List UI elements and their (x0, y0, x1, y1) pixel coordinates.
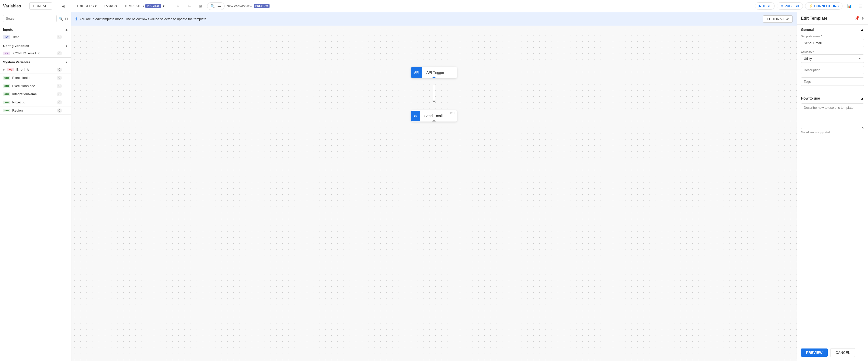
menu-icon[interactable]: ☰ (856, 2, 865, 11)
node-id-badge: ID: 1 (450, 112, 455, 115)
search-icon[interactable]: 🔍 (59, 17, 63, 21)
email-icon: ✉ (411, 111, 420, 121)
list-item[interactable]: STR Region 0 ⋮ (0, 107, 71, 115)
publish-icon: ⬆ (780, 4, 783, 8)
publish-button[interactable]: ⬆ PUBLISH (777, 2, 803, 10)
list-item[interactable]: STR ProjectId 0 ⋮ (0, 98, 71, 107)
left-sidebar: 🔍 ⊟ Inputs ▲ INT Time 0 ⋮ Config Variabl… (0, 12, 71, 361)
list-item[interactable]: STR ExecutionMode 0 ⋮ (0, 82, 71, 90)
inputs-section-header[interactable]: Inputs ▲ (0, 25, 71, 33)
canvas-preview-badge: PREVIEW (254, 4, 270, 8)
template-name-label: Template name * (801, 35, 864, 38)
flow-canvas[interactable]: API API Trigger ✉ Send Email ID: 1 (71, 26, 797, 361)
connections-button[interactable]: ⚡ CONNECTIONS (805, 2, 842, 10)
variable-menu-icon[interactable]: ⋮ (64, 92, 68, 96)
preview-button[interactable]: PREVIEW (801, 349, 828, 357)
description-field (801, 66, 864, 74)
config-section-header[interactable]: Config Variables ▲ (0, 41, 71, 49)
redo-icon[interactable]: ↪ (185, 2, 194, 11)
editor-view-button[interactable]: EDITOR VIEW (763, 15, 793, 23)
general-collapse-icon[interactable]: ▲ (860, 28, 864, 32)
variable-count: 0 (57, 35, 62, 39)
system-section-header[interactable]: System Variables ▲ (0, 58, 71, 65)
general-section-header[interactable]: General ▲ (797, 25, 868, 35)
variable-name: ErrorInfo (16, 68, 55, 72)
templates-label: TEMPLATES (124, 4, 144, 8)
how-to-use-section-header[interactable]: How to use ▲ (797, 93, 868, 103)
list-item[interactable]: INT Time 0 ⋮ (0, 33, 71, 41)
templates-chevron-icon: ▾ (163, 4, 164, 8)
inputs-section: Inputs ▲ INT Time 0 ⋮ (0, 25, 71, 41)
panel-header: Edit Template 📌 ⟫ (797, 12, 868, 25)
expand-icon[interactable]: ▶ (3, 68, 5, 71)
type-badge-str: STR (3, 84, 10, 88)
search-input[interactable] (3, 15, 57, 22)
pin-icon[interactable]: 📌 (855, 16, 860, 21)
variable-menu-icon[interactable]: ⋮ (64, 34, 68, 39)
collapse-sidebar-icon[interactable]: ◀ (58, 2, 68, 11)
variable-menu-icon[interactable]: ⋮ (64, 51, 68, 56)
zoom-in-icon[interactable]: — (217, 4, 222, 9)
flow-arrow (432, 85, 436, 103)
tags-input[interactable] (801, 77, 864, 86)
publish-label: PUBLISH (785, 4, 799, 8)
triggers-dropdown[interactable]: TRIGGERS ▾ (74, 3, 99, 9)
api-trigger-connector (432, 77, 436, 78)
canvas-view-label: New canvas view PREVIEW (227, 4, 270, 8)
variable-count: 0 (57, 76, 62, 80)
test-button[interactable]: ▶ TEST (755, 2, 775, 10)
variable-count: 0 (57, 84, 62, 88)
variable-menu-icon[interactable]: ⋮ (64, 83, 68, 88)
sidebar-search-bar: 🔍 ⊟ (0, 12, 71, 25)
info-icon: ℹ (75, 17, 77, 22)
system-section-title: System Variables (3, 60, 30, 64)
how-to-use-collapse-icon[interactable]: ▲ (860, 96, 864, 100)
templates-dropdown[interactable]: TEMPLATES PREVIEW ▾ (122, 3, 167, 9)
top-navigation: Variables + CREATE ◀ TRIGGERS ▾ TASKS ▾ … (0, 0, 868, 12)
tags-field (801, 77, 864, 86)
template-name-field: Template name * (801, 35, 864, 47)
panel-actions: PREVIEW CANCEL (797, 344, 868, 361)
variable-menu-icon[interactable]: ⋮ (64, 108, 68, 113)
how-to-use-textarea[interactable] (801, 103, 864, 129)
type-badge-str: STR (3, 76, 10, 80)
list-item[interactable]: STR IntegrationName 0 ⋮ (0, 90, 71, 98)
config-section-title: Config Variables (3, 44, 29, 48)
cancel-button[interactable]: CANCEL (830, 348, 856, 357)
category-select[interactable]: Utility Communication Data Finance (801, 54, 864, 63)
send-email-node[interactable]: ✉ Send Email ID: 1 (411, 110, 457, 121)
undo-icon[interactable]: ↩ (174, 2, 183, 11)
test-label: TEST (763, 4, 771, 8)
api-trigger-node[interactable]: API API Trigger (411, 67, 457, 78)
close-panel-icon[interactable]: ⟫ (862, 16, 864, 21)
chart-icon[interactable]: 📊 (844, 2, 854, 11)
variable-menu-icon[interactable]: ⋮ (64, 100, 68, 105)
system-variables-section: System Variables ▲ ▶ U|} ErrorInfo 0 ⋮ S… (0, 58, 71, 115)
category-field: Category * Utility Communication Data Fi… (801, 50, 864, 63)
banner-message: You are in edit template mode. The below… (80, 17, 761, 21)
list-item[interactable]: ▶ U|} ErrorInfo 0 ⋮ (0, 65, 71, 74)
general-section-title: General (801, 28, 814, 32)
variable-count: 0 (57, 68, 62, 72)
layout-icon[interactable]: ⊞ (196, 2, 205, 11)
template-name-input[interactable] (801, 39, 864, 47)
nav-divider-2 (55, 3, 55, 10)
nav-divider-1 (26, 3, 26, 10)
variable-menu-icon[interactable]: ⋮ (64, 67, 68, 72)
zoom-controls: 🔍 — (207, 2, 225, 10)
description-input[interactable] (801, 66, 864, 74)
filter-icon[interactable]: ⊟ (65, 17, 68, 21)
system-collapse-icon[interactable]: ▲ (65, 60, 68, 64)
variable-name: ExecutionId (12, 76, 55, 80)
app-title: Variables (3, 4, 21, 8)
general-section-content: Template name * Category * Utility Commu… (797, 35, 868, 93)
variable-menu-icon[interactable]: ⋮ (64, 75, 68, 80)
tasks-dropdown[interactable]: TASKS ▾ (101, 3, 120, 9)
list-item[interactable]: |S| `CONFIG_email_id` 0 ⋮ (0, 49, 71, 57)
create-button[interactable]: + CREATE (29, 2, 52, 10)
inputs-collapse-icon[interactable]: ▲ (65, 28, 68, 31)
config-collapse-icon[interactable]: ▲ (65, 44, 68, 48)
zoom-out-icon[interactable]: 🔍 (209, 4, 216, 9)
triggers-chevron-icon: ▾ (95, 4, 97, 8)
list-item[interactable]: STR ExecutionId 0 ⋮ (0, 74, 71, 82)
